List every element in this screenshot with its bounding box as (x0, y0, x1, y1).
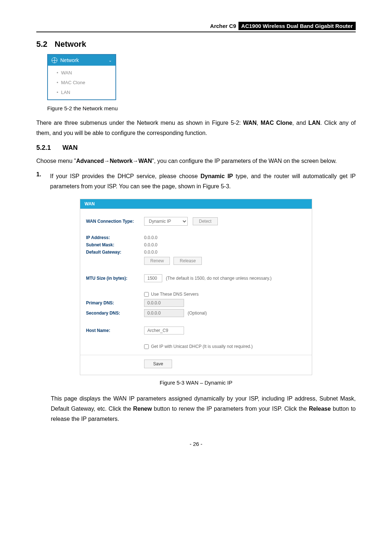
text: , (257, 120, 261, 126)
subsection-number: 5.2.1 (36, 144, 51, 151)
value-default-gateway: 0.0.0.0 (144, 250, 158, 255)
arrow-icon: → (132, 158, 138, 164)
arrow-icon: → (104, 158, 110, 164)
mtu-note: (The default is 1500, do not change unle… (166, 276, 271, 281)
bold-wan: WAN (243, 120, 257, 126)
list-item: 1. If your ISP provides the DHCP service… (36, 171, 356, 192)
text: button to renew the IP parameters from y… (152, 406, 309, 412)
row-renew-release: Renew Release (86, 257, 306, 265)
row-primary-dns: Primary DNS: (86, 299, 306, 307)
primary-dns-input[interactable] (144, 299, 184, 307)
unicast-label: Get IP with Unicast DHCP (It is usually … (151, 344, 253, 349)
description-paragraph: This page displays the WAN IP parameters… (51, 394, 356, 424)
section-heading: 5.2Network (36, 40, 356, 49)
connection-type-select[interactable]: Dynamic IP (144, 217, 188, 226)
bold-wan: WAN (138, 158, 152, 164)
page-number: - 26 - (36, 441, 356, 447)
label-primary-dns: Primary DNS: (86, 300, 144, 305)
use-dns-label: Use These DNS Servers (151, 292, 199, 297)
label-mtu: MTU Size (in bytes): (86, 276, 144, 281)
text: If your ISP provides the DHCP service, p… (50, 173, 200, 179)
intro-paragraph: There are three submenus under the Netwo… (36, 118, 356, 138)
row-unicast: Get IP with Unicast DHCP (It is usually … (86, 344, 306, 349)
text: , and (292, 120, 308, 126)
globe-icon (52, 57, 57, 63)
bold-release: Release (309, 406, 331, 412)
menu-header[interactable]: Network ⌄ (48, 55, 115, 66)
row-ip-address: IP Address: 0.0.0.0 (86, 235, 306, 240)
row-connection-type: WAN Connection Type: Dynamic IP Detect (86, 217, 306, 226)
menu-item-wan[interactable]: WAN (48, 68, 115, 78)
model-name: Archer C9 (210, 23, 238, 29)
renew-button[interactable]: Renew (144, 257, 170, 265)
label-ip-address: IP Address: (86, 235, 144, 240)
bold-renew: Renew (133, 406, 152, 412)
network-menu-figure: Network ⌄ WAN MAC Clone LAN (47, 54, 116, 100)
save-button[interactable]: Save (144, 360, 172, 368)
text: Choose menu " (36, 158, 76, 164)
use-dns-checkbox[interactable] (144, 292, 149, 297)
bold-advanced: Advanced (76, 158, 104, 164)
value-ip-address: 0.0.0.0 (144, 235, 158, 240)
choose-menu-paragraph: Choose menu "Advanced→Network→WAN", you … (36, 156, 356, 166)
menu-item-mac-clone[interactable]: MAC Clone (48, 78, 115, 87)
unicast-checkbox[interactable] (144, 344, 149, 349)
text: There are three submenus under the Netwo… (36, 120, 243, 126)
bold-dynamic-ip: Dynamic IP (200, 173, 233, 179)
row-default-gateway: Default Gateway: 0.0.0.0 (86, 250, 306, 255)
figure-5-2-caption: Figure 5-2 the Network menu (47, 105, 356, 111)
figure-5-3-caption: Figure 5-3 WAN – Dynamic IP (36, 379, 356, 386)
menu-item-lan[interactable]: LAN (48, 87, 115, 97)
subsection-title: WAN (62, 144, 78, 151)
bold-mac-clone: MAC Clone (261, 120, 292, 126)
label-secondary-dns: Secondary DNS: (86, 311, 144, 316)
divider (80, 355, 312, 355)
host-name-input[interactable] (144, 327, 184, 335)
subsection-heading: 5.2.1WAN (36, 144, 356, 152)
list-index: 1. (36, 171, 44, 192)
release-button[interactable]: Release (173, 257, 202, 265)
text: ", you can configure the IP parameters o… (152, 158, 337, 164)
list-text: If your ISP provides the DHCP service, p… (50, 171, 356, 192)
detect-button[interactable]: Detect (193, 217, 218, 225)
label-subnet-mask: Subnet Mask: (86, 242, 144, 247)
chevron-down-icon: ⌄ (109, 58, 112, 63)
section-title: Network (55, 40, 86, 49)
row-use-dns: Use These DNS Servers (86, 292, 306, 297)
row-host-name: Host Name: (86, 327, 306, 335)
section-number: 5.2 (36, 40, 48, 49)
doc-title: AC1900 Wireless Dual Band Gigabit Router (238, 22, 356, 30)
row-secondary-dns: Secondary DNS: (Optional) (86, 309, 306, 317)
bold-lan: LAN (308, 120, 320, 126)
wan-panel-heading: WAN (80, 199, 312, 209)
doc-header: Archer C9 AC1900 Wireless Dual Band Giga… (36, 22, 356, 32)
label-host-name: Host Name: (86, 328, 144, 333)
wan-settings-panel: WAN WAN Connection Type: Dynamic IP Dete… (80, 199, 312, 375)
secondary-dns-input[interactable] (144, 309, 184, 317)
label-default-gateway: Default Gateway: (86, 250, 144, 255)
row-mtu: MTU Size (in bytes): (The default is 150… (86, 274, 306, 282)
optional-label: (Optional) (188, 311, 207, 316)
row-save: Save (86, 360, 306, 368)
ordered-list: 1. If your ISP provides the DHCP service… (36, 171, 356, 192)
value-subnet-mask: 0.0.0.0 (144, 242, 158, 247)
mtu-input[interactable] (144, 274, 162, 282)
label-connection-type: WAN Connection Type: (86, 219, 144, 224)
bold-network: Network (110, 158, 132, 164)
menu-header-label: Network (60, 57, 79, 63)
row-subnet-mask: Subnet Mask: 0.0.0.0 (86, 242, 306, 247)
